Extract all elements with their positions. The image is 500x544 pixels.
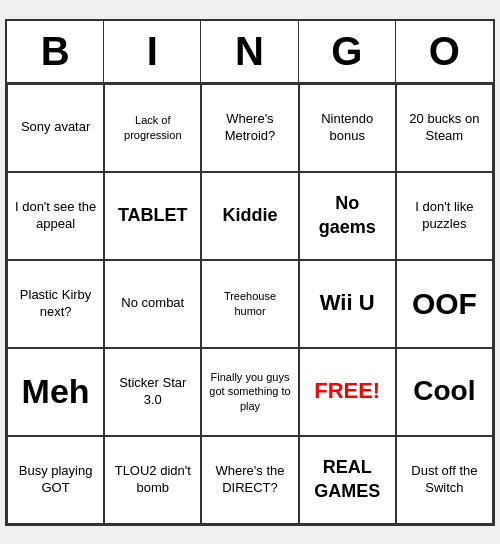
bingo-cell: Wii U bbox=[299, 260, 396, 348]
header-letter: G bbox=[299, 21, 396, 82]
bingo-cell: Dust off the Switch bbox=[396, 436, 493, 524]
header-letter: I bbox=[104, 21, 201, 82]
bingo-cell: TABLET bbox=[104, 172, 201, 260]
bingo-cell: Where's the DIRECT? bbox=[201, 436, 298, 524]
bingo-cell: Busy playing GOT bbox=[7, 436, 104, 524]
bingo-cell: Kiddie bbox=[201, 172, 298, 260]
header-letter: O bbox=[396, 21, 493, 82]
bingo-cell: TLOU2 didn't bomb bbox=[104, 436, 201, 524]
bingo-cell: Meh bbox=[7, 348, 104, 436]
bingo-cell: Sticker Star 3.0 bbox=[104, 348, 201, 436]
bingo-cell: I don't like puzzles bbox=[396, 172, 493, 260]
bingo-cell: 20 bucks on Steam bbox=[396, 84, 493, 172]
bingo-cell: Nintendo bonus bbox=[299, 84, 396, 172]
bingo-header: BINGO bbox=[7, 21, 493, 84]
bingo-cell: Sony avatar bbox=[7, 84, 104, 172]
bingo-cell: Lack of progression bbox=[104, 84, 201, 172]
bingo-cell: REAL GAMES bbox=[299, 436, 396, 524]
bingo-cell: Plastic Kirby next? bbox=[7, 260, 104, 348]
bingo-cell: FREE! bbox=[299, 348, 396, 436]
bingo-card: BINGO Sony avatarLack of progressionWher… bbox=[5, 19, 495, 526]
bingo-cell: No combat bbox=[104, 260, 201, 348]
bingo-cell: Treehouse humor bbox=[201, 260, 298, 348]
header-letter: B bbox=[7, 21, 104, 82]
bingo-cell: OOF bbox=[396, 260, 493, 348]
bingo-cell: Where's Metroid? bbox=[201, 84, 298, 172]
bingo-cell: I don't see the appeal bbox=[7, 172, 104, 260]
bingo-cell: Finally you guys got something to play bbox=[201, 348, 298, 436]
bingo-grid: Sony avatarLack of progressionWhere's Me… bbox=[7, 84, 493, 524]
bingo-cell: Cool bbox=[396, 348, 493, 436]
bingo-cell: No gaems bbox=[299, 172, 396, 260]
header-letter: N bbox=[201, 21, 298, 82]
